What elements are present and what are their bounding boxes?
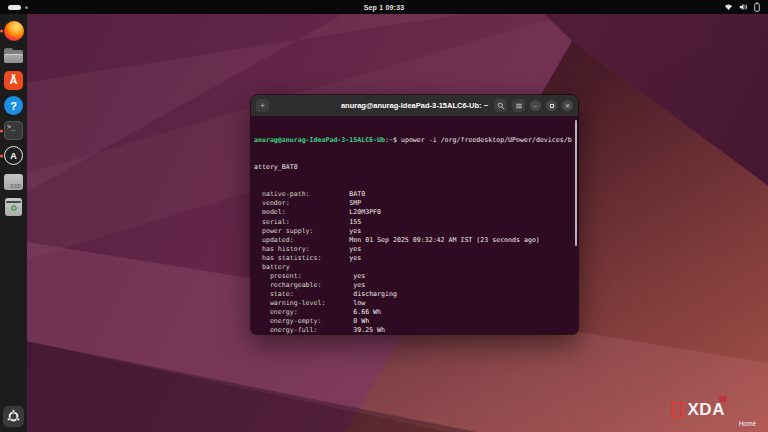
running-indicator <box>0 154 3 157</box>
new-tab-button[interactable]: + <box>256 99 269 112</box>
terminal-output-line: energy: 6.66 Wh <box>254 308 575 317</box>
top-bar: Sep 1 09:33 <box>0 0 768 14</box>
new-tab-icon: + <box>260 102 265 110</box>
running-indicator <box>0 29 3 32</box>
terminal-output-line: rechargeable: yes <box>254 281 575 290</box>
dock-item-ssd-drive[interactable]: SSD <box>3 171 24 192</box>
menu-button[interactable] <box>512 99 525 112</box>
running-indicator <box>0 129 3 132</box>
terminal-content[interactable]: anurag@anurag-IdeaPad-3-15ALC6-Ub:~$ upo… <box>251 116 578 334</box>
dock-item-app-center[interactable]: Ă <box>3 70 24 91</box>
desktop: Sep 1 09:33 Ă <box>0 0 768 432</box>
app-center-icon: Ă <box>4 71 23 90</box>
ssd-drive-icon: SSD <box>4 174 23 190</box>
terminal-output-line: energy-empty: 0 Wh <box>254 317 575 326</box>
maximize-icon <box>550 104 554 108</box>
circle-a-app-icon: A <box>4 146 23 165</box>
terminal-prompt-glyph: >_ <box>7 123 15 131</box>
close-icon: ✕ <box>565 103 570 109</box>
xda-flag-accent <box>719 396 727 402</box>
terminal-output-line: vendor: SMP <box>254 199 575 208</box>
help-icon: ? <box>4 96 23 115</box>
terminal-output-line: native-path: BAT0 <box>254 190 575 199</box>
typed-command: upower -i /org/freedesktop/UPower/device… <box>401 136 572 144</box>
terminal-output-line: updated: Mon 01 Sep 2025 09:32:42 AM IST… <box>254 236 575 245</box>
terminal-output-line: model: L20M3PF0 <box>254 208 575 217</box>
terminal-output-line: warning-level: low <box>254 299 575 308</box>
maximize-button[interactable] <box>546 100 557 111</box>
xda-bracket-icon: [] <box>668 400 685 420</box>
terminal-output-line: has statistics: yes <box>254 254 575 263</box>
search-button[interactable] <box>494 99 507 112</box>
dock-item-firefox[interactable] <box>3 20 24 41</box>
wifi-icon <box>724 3 733 11</box>
trash-icon: ♻ <box>5 198 22 216</box>
dock-item-trash[interactable]: ♻ <box>3 196 24 217</box>
app-center-glyph: Ă <box>10 75 18 86</box>
terminal-output-line: power supply: yes <box>254 227 575 236</box>
prompt-user-host: anurag@anurag-IdeaPad-3-15ALC6-Ub <box>254 136 385 144</box>
terminal-icon: >_ <box>4 121 23 140</box>
workspace-indicator[interactable] <box>8 5 28 10</box>
close-button[interactable]: ✕ <box>562 100 573 111</box>
terminal-titlebar[interactable]: + anurag@anurag-IdeaPad-3-15ALC6-Ub: ~ <box>251 95 578 116</box>
files-folder-icon <box>4 48 23 63</box>
volume-icon <box>739 3 748 11</box>
dock-item-help[interactable]: ? <box>3 95 24 116</box>
terminal-output-line: energy-full: 39.25 Wh <box>254 326 575 334</box>
terminal-window: + anurag@anurag-IdeaPad-3-15ALC6-Ub: ~ <box>251 95 578 334</box>
minimize-button[interactable]: – <box>530 100 541 111</box>
dock: Ă ? >_ A SSD ♻ <box>0 14 27 432</box>
search-icon <box>497 102 505 110</box>
terminal-scrollbar[interactable] <box>575 120 577 246</box>
terminal-output-line: has history: yes <box>254 245 575 254</box>
workspace-active-pill[interactable] <box>8 5 21 10</box>
clock[interactable]: Sep 1 09:33 <box>364 4 405 11</box>
hamburger-menu-icon <box>515 102 523 110</box>
xda-brand-text: XDA <box>688 400 725 420</box>
terminal-output-line: battery <box>254 263 575 272</box>
xda-watermark: [] XDA Home <box>668 400 758 427</box>
terminal-output-line: serial: 155 <box>254 218 575 227</box>
dock-item-terminal[interactable]: >_ <box>3 120 24 141</box>
minimize-icon: – <box>534 103 537 109</box>
terminal-command-line: anurag@anurag-IdeaPad-3-15ALC6-Ub:~$ upo… <box>254 136 575 145</box>
terminal-output: native-path: BAT0 vendor: SMP model: L20… <box>254 190 575 334</box>
recycle-glyph: ♻ <box>10 204 17 213</box>
terminal-output-line: state: discharging <box>254 290 575 299</box>
circle-a-glyph: A <box>10 151 17 161</box>
workspace-inactive-dot[interactable] <box>25 6 28 9</box>
system-status-menu[interactable] <box>724 2 760 12</box>
terminal-command-wrap: attery_BAT0 <box>254 163 575 172</box>
battery-icon <box>754 2 760 12</box>
firefox-icon <box>4 21 24 41</box>
dock-item-show-apps[interactable] <box>3 406 24 427</box>
xda-home-label: Home <box>668 420 756 427</box>
dock-item-files[interactable] <box>3 45 24 66</box>
window-title: anurag@anurag-IdeaPad-3-15ALC6-Ub: ~ <box>341 101 488 110</box>
terminal-output-line: present: yes <box>254 272 575 281</box>
dock-item-app-a[interactable]: A <box>3 145 24 166</box>
help-glyph: ? <box>10 100 17 112</box>
ubuntu-logo-icon <box>3 406 24 427</box>
ssd-label: SSD <box>10 183 21 189</box>
